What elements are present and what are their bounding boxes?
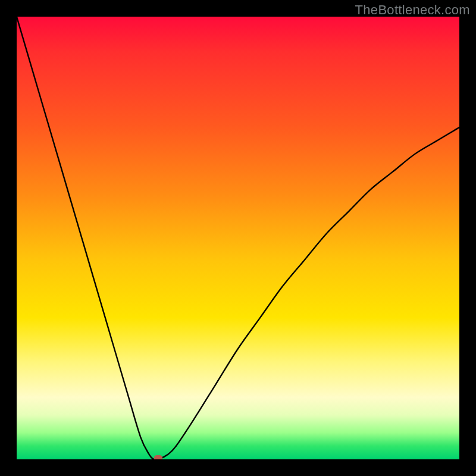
plot-area — [17, 17, 459, 459]
optimum-marker — [154, 455, 162, 459]
watermark-text: TheBottleneck.com — [355, 2, 470, 18]
chart-frame: TheBottleneck.com — [0, 0, 476, 476]
bottleneck-curve — [17, 17, 459, 459]
